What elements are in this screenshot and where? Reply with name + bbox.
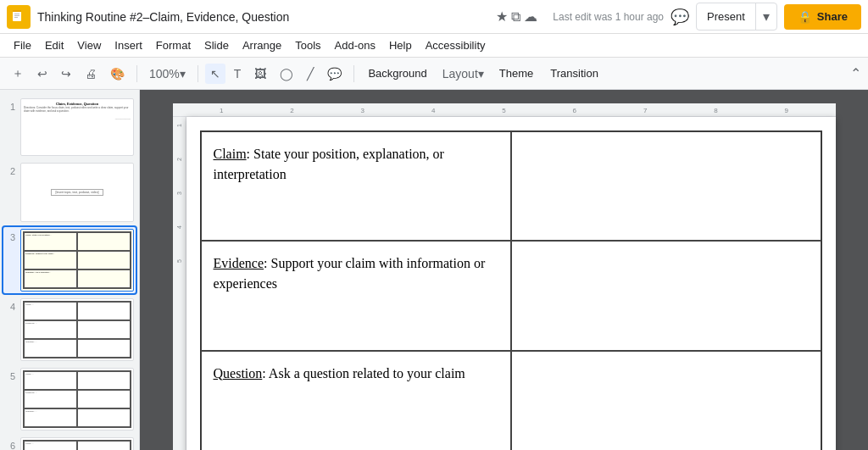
slide-panel: 1 Claim, Evidence, Question Directions: … [0, 90, 140, 450]
slide-preview-1[interactable]: Claim, Evidence, Question Directions: Co… [20, 98, 134, 156]
transition-button[interactable]: Transition [543, 64, 605, 83]
zoom-dropdown-icon: ▾ [180, 67, 186, 81]
layout-dropdown-icon: ▾ [478, 67, 484, 81]
line-tool-button[interactable]: ╱ [302, 64, 319, 84]
slide-preview-3[interactable]: Claim: State your position... Evidence: … [20, 229, 134, 292]
menu-addons[interactable]: Add-ons [328, 37, 382, 53]
present-button-group[interactable]: Present ▾ [696, 3, 777, 31]
question-text: : Ask a question related to your claim [262, 366, 465, 381]
header-actions: Last edit was 1 hour ago 💬 Present ▾ 🔒 S… [539, 3, 861, 31]
toolbar-right: ⌃ [850, 65, 861, 81]
app-icon [7, 5, 31, 29]
menu-help[interactable]: Help [382, 37, 419, 53]
toolbar: ＋ ↩ ↪ 🖨 🎨 100% ▾ ↖ T 🖼 ◯ ╱ 💬 Background … [0, 58, 868, 90]
cell-question-answer[interactable] [511, 351, 821, 450]
menu-edit[interactable]: Edit [38, 37, 70, 53]
layout-label: Layout [442, 67, 478, 81]
content-table: Claim: State your position, explanation,… [200, 131, 822, 450]
claim-underline: Claim [214, 147, 247, 161]
slide-num-6: 6 [5, 441, 15, 450]
svg-rect-2 [13, 10, 21, 12]
share-button[interactable]: 🔒 Share [784, 4, 861, 30]
ruler-horizontal: 1 2 3 4 5 6 7 8 9 [173, 103, 836, 117]
select-tool-button[interactable]: ↖ [205, 64, 225, 84]
share-label: Share [817, 10, 848, 23]
menu-format[interactable]: Format [149, 37, 198, 53]
zoom-label: 100% [149, 67, 180, 81]
question-underline: Question [214, 366, 263, 381]
main-area: 1 Claim, Evidence, Question Directions: … [0, 90, 868, 450]
document-title: Thinking Routine #2–Claim, Evidence, Que… [37, 10, 494, 24]
star-button[interactable]: ★ [494, 7, 509, 26]
zoom-button[interactable]: 100% ▾ [144, 64, 191, 84]
evidence-underline: Evidence [214, 256, 264, 270]
redo-button[interactable]: ↪ [56, 64, 76, 84]
layout-button[interactable]: Layout ▾ [437, 64, 489, 84]
slide-num-4: 4 [5, 302, 15, 312]
cell-question-label[interactable]: Question: Ask a question related to your… [201, 351, 511, 450]
paint-format-button[interactable]: 🎨 [105, 64, 130, 84]
present-dropdown-arrow[interactable]: ▾ [755, 3, 776, 30]
cloud-button[interactable]: ☁ [522, 7, 539, 26]
theme-button[interactable]: Theme [492, 64, 540, 83]
menu-view[interactable]: View [70, 37, 108, 53]
slide-preview-5[interactable]: Claim: ... Evidence: ... Question: ... [20, 368, 134, 431]
ruler-vertical: 1 2 3 4 5 [173, 117, 186, 450]
menu-bar: File Edit View Insert Format Slide Arran… [0, 34, 868, 58]
menu-accessibility[interactable]: Accessibility [419, 37, 492, 53]
undo-button[interactable]: ↩ [32, 64, 53, 84]
claim-text: : State your position, explanation, or i… [214, 147, 444, 181]
image-tool-button[interactable]: 🖼 [249, 64, 271, 84]
copy-button[interactable]: ⧉ [509, 8, 522, 26]
svg-rect-4 [14, 15, 19, 16]
slide-preview-4[interactable]: Claim: ... Evidence: ... Question: ... [20, 298, 134, 361]
cell-evidence-label[interactable]: Evidence: Support your claim with inform… [201, 241, 511, 350]
slide-thumb-4[interactable]: 4 Claim: ... Evidence: ... Question: ... [3, 297, 136, 363]
cell-claim-label[interactable]: Claim: State your position, explanation,… [201, 131, 511, 241]
slide-thumb-5[interactable]: 5 Claim: ... Evidence: ... Question: ... [3, 366, 136, 432]
cell-claim-answer[interactable] [511, 131, 821, 241]
slide-canvas-area: 1 2 3 4 5 6 7 8 9 1 2 3 4 5 [140, 90, 868, 450]
slide-num-1: 1 [5, 102, 15, 112]
slide-thumb-3[interactable]: 3 Claim: State your position... Evidence… [3, 227, 136, 293]
shapes-tool-button[interactable]: ◯ [275, 64, 298, 84]
slide-num-3: 3 [5, 232, 15, 242]
slide-num-2: 2 [5, 166, 15, 176]
collapse-toolbar-button[interactable]: ⌃ [850, 65, 861, 81]
separator-2 [198, 65, 198, 82]
svg-rect-3 [14, 14, 19, 14]
menu-file[interactable]: File [7, 37, 38, 53]
slide-thumb-1[interactable]: 1 Claim, Evidence, Question Directions: … [3, 97, 136, 158]
print-button[interactable]: 🖨 [80, 64, 102, 84]
menu-tools[interactable]: Tools [288, 37, 327, 53]
last-edit-text: Last edit was 1 hour ago [553, 11, 664, 23]
lock-icon: 🔒 [798, 10, 812, 24]
slide-num-5: 5 [5, 371, 15, 381]
background-button[interactable]: Background [361, 64, 433, 83]
menu-insert[interactable]: Insert [108, 37, 149, 53]
slide-thumb-6[interactable]: 6 Claim: ... Evidence: ... Question: ... [3, 436, 136, 450]
menu-slide[interactable]: Slide [198, 37, 236, 53]
comment-tool-button[interactable]: 💬 [322, 64, 347, 84]
menu-arrange[interactable]: Arrange [236, 37, 288, 53]
separator-1 [136, 65, 137, 82]
cell-evidence-answer[interactable] [511, 241, 821, 350]
add-slide-button[interactable]: ＋ [7, 63, 29, 85]
slide-canvas[interactable]: Claim: State your position, explanation,… [186, 117, 836, 450]
slide-thumb-2[interactable]: 2 [Insert topic, text, podcast, video] [3, 161, 136, 224]
slide-preview-6[interactable]: Claim: ... Evidence: ... Question: ... [20, 437, 134, 450]
canvas-with-rulers: 1 2 3 4 5 Claim: State your position, ex… [173, 117, 836, 450]
svg-rect-5 [14, 17, 18, 18]
title-bar: Thinking Routine #2–Claim, Evidence, Que… [0, 0, 868, 34]
separator-3 [353, 65, 354, 82]
present-label[interactable]: Present [697, 5, 755, 28]
text-tool-button[interactable]: T [229, 64, 247, 84]
slide-preview-2[interactable]: [Insert topic, text, podcast, video] [20, 163, 134, 222]
comment-button[interactable]: 💬 [670, 8, 689, 26]
